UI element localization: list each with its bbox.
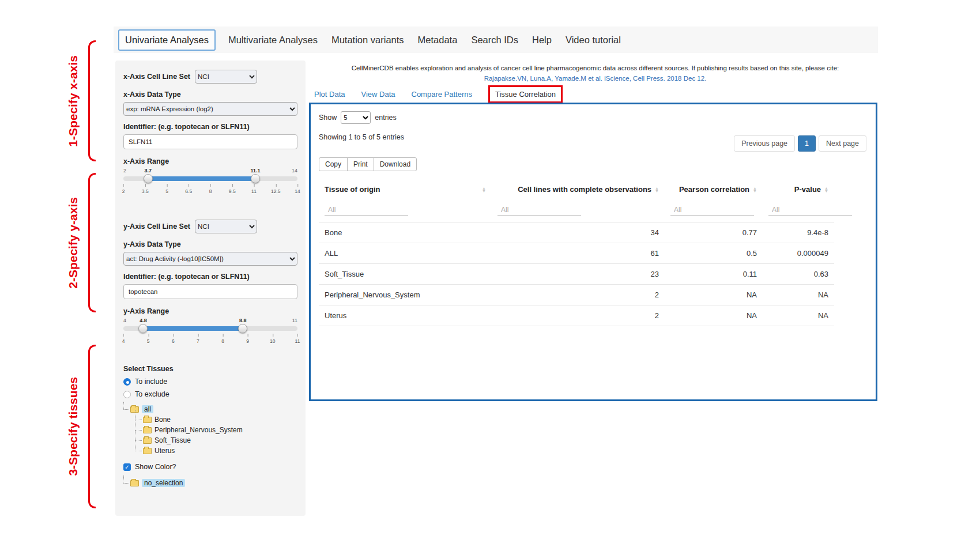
- header-pearson-correlation[interactable]: Pearson correlation▲▼: [665, 180, 763, 198]
- filter-tissue-input[interactable]: [325, 204, 408, 216]
- radio-to-exclude[interactable]: To exclude: [123, 390, 297, 398]
- x-data-type-label: x-Axis Data Type: [123, 90, 297, 99]
- selection-tree: no_selection: [123, 478, 297, 488]
- cell-pvalue: NA: [763, 305, 834, 326]
- slider-grid: 2 3.5 5 6.5 8 9.5 11 12.5 14: [123, 183, 297, 197]
- y-cell-line-set-select[interactable]: NCI: [195, 220, 257, 233]
- header-label: Cell lines with complete observations: [518, 185, 651, 194]
- table-row: Bone 34 0.77 9.4e-8: [319, 222, 834, 243]
- table-row: Uterus 2 NA NA: [319, 305, 834, 326]
- slider-track[interactable]: [123, 176, 297, 181]
- x-cell-line-set-select[interactable]: NCI: [195, 70, 257, 84]
- x-identifier-input[interactable]: [123, 134, 297, 149]
- tree-node-peripheral-nervous-system[interactable]: Peripheral_Nervous_System: [123, 425, 297, 435]
- cell-pearson: 0.77: [665, 222, 763, 243]
- slider-max-label: 11: [292, 318, 297, 323]
- tree-node-soft-tissue[interactable]: Soft_Tissue: [123, 435, 297, 446]
- cell-pearson: 0.11: [665, 264, 763, 285]
- tree-node-label: Bone: [154, 416, 171, 424]
- nav-tab-multivariate-analyses[interactable]: Multivariate Analyses: [227, 32, 319, 48]
- cell-observations: 2: [492, 305, 665, 326]
- y-identifier-input[interactable]: [123, 284, 297, 299]
- header-label: Tissue of origin: [325, 185, 380, 194]
- nav-tab-help[interactable]: Help: [531, 32, 553, 48]
- tree-node-label: Uterus: [154, 447, 175, 455]
- cell-observations: 2: [492, 285, 665, 305]
- slider-handle-high[interactable]: [251, 174, 260, 183]
- tree-node-no-selection[interactable]: no_selection: [123, 478, 297, 488]
- x-identifier-label: Identifier: (e.g. topotecan or SLFN11): [123, 123, 297, 131]
- filter-pearson-input[interactable]: [670, 204, 754, 216]
- slider-handle-low[interactable]: [144, 174, 153, 183]
- slider-tick: 8: [221, 333, 224, 344]
- slider-tick: 3.5: [142, 183, 149, 194]
- tree-node-all[interactable]: all: [123, 404, 297, 414]
- slider-handle-low[interactable]: [138, 324, 148, 333]
- radio-to-include[interactable]: To include: [123, 378, 297, 386]
- previous-page-button[interactable]: Previous page: [734, 135, 795, 152]
- annotation-text: 1-Specify x-axis: [66, 55, 80, 147]
- cell-tissue: Bone: [319, 222, 492, 243]
- select-tissues-label: Select Tissues: [123, 365, 297, 373]
- y-data-type-select[interactable]: act: Drug Activity (-log10[IC50M]): [123, 252, 297, 266]
- print-button[interactable]: Print: [347, 157, 374, 171]
- x-cell-line-set-label: x-Axis Cell Line Set: [123, 73, 190, 81]
- tab-plot-data[interactable]: Plot Data: [314, 90, 345, 99]
- slider-tick: 9.5: [229, 183, 236, 194]
- header-p-value[interactable]: P-value▲▼: [763, 180, 834, 198]
- slider-grid: 4 5 6 7 8 9 10 11: [123, 333, 297, 347]
- tree-node-bone[interactable]: Bone: [123, 414, 297, 425]
- slider-fill: [143, 326, 243, 331]
- show-color-checkbox[interactable]: Show Color?: [123, 463, 297, 471]
- nav-tab-search-ids[interactable]: Search IDs: [470, 32, 519, 48]
- filter-observations-input[interactable]: [497, 204, 581, 216]
- main-nav: Univariate Analyses Multivariate Analyse…: [114, 27, 878, 53]
- tab-tissue-correlation[interactable]: Tissue Correlation: [488, 85, 563, 103]
- header-cell-lines-observations[interactable]: Cell lines with complete observations▲▼: [492, 180, 665, 198]
- nav-tab-video-tutorial[interactable]: Video tutorial: [564, 32, 622, 48]
- tree-node-label: Soft_Tissue: [154, 436, 191, 444]
- y-range-slider: 4 4.8 8.8 11 4 5 6 7 8 9 10 11: [123, 318, 297, 352]
- sort-icon: ▲▼: [655, 187, 659, 193]
- nav-tab-univariate-analyses[interactable]: Univariate Analyses: [118, 29, 216, 51]
- header-tissue-of-origin[interactable]: Tissue of origin▲▼: [319, 180, 492, 198]
- filter-pvalue-input[interactable]: [768, 204, 852, 216]
- next-page-button[interactable]: Next page: [819, 135, 866, 152]
- slider-tick: 7: [197, 333, 199, 344]
- x-data-type-select[interactable]: exp: mRNA Expression (log2): [123, 102, 297, 116]
- cell-pvalue: NA: [763, 285, 834, 305]
- slider-low-value: 4.8: [140, 318, 147, 323]
- annotation-text: 3-Specify tissues: [66, 377, 80, 476]
- annotation-specify-y-axis: 2-Specify y-axis: [54, 173, 96, 312]
- copy-button[interactable]: Copy: [319, 157, 348, 171]
- slider-track[interactable]: [123, 326, 297, 331]
- bracket-shape: [88, 40, 96, 161]
- slider-handle-high[interactable]: [238, 324, 247, 333]
- slider-max-label: 14: [292, 168, 297, 173]
- radio-exclude-label: To exclude: [135, 390, 169, 398]
- nav-tab-mutation-variants[interactable]: Mutation variants: [330, 32, 405, 48]
- download-button[interactable]: Download: [374, 157, 417, 171]
- tissue-tree: all Bone Peripheral_Nervous_System Soft_…: [123, 404, 297, 456]
- tab-compare-patterns[interactable]: Compare Patterns: [412, 90, 473, 99]
- radio-include-label: To include: [135, 378, 167, 386]
- pagination: Previous page 1 Next page: [734, 135, 866, 152]
- nav-tab-metadata[interactable]: Metadata: [417, 32, 459, 48]
- citation-reference-link[interactable]: Rajapakse.VN, Luna.A, Yamade.M et al. iS…: [314, 74, 876, 84]
- slider-fill: [148, 176, 255, 181]
- page-1-button[interactable]: 1: [798, 135, 816, 152]
- cell-tissue: Uterus: [319, 305, 492, 326]
- slider-min-label: 4: [123, 318, 126, 323]
- entries-label: entries: [375, 114, 397, 122]
- cell-observations: 23: [492, 264, 665, 285]
- slider-min-label: 2: [123, 168, 126, 173]
- cell-tissue: ALL: [319, 243, 492, 264]
- slider-tick: 5: [165, 183, 168, 194]
- tree-node-label: all: [142, 405, 153, 413]
- slider-tick: 11: [251, 183, 257, 194]
- entries-count-select[interactable]: 5: [341, 111, 371, 124]
- tab-view-data[interactable]: View Data: [361, 90, 395, 99]
- cell-pearson: NA: [665, 285, 763, 305]
- cell-pvalue: 0.000049: [763, 243, 834, 264]
- tree-node-uterus[interactable]: Uterus: [123, 446, 297, 456]
